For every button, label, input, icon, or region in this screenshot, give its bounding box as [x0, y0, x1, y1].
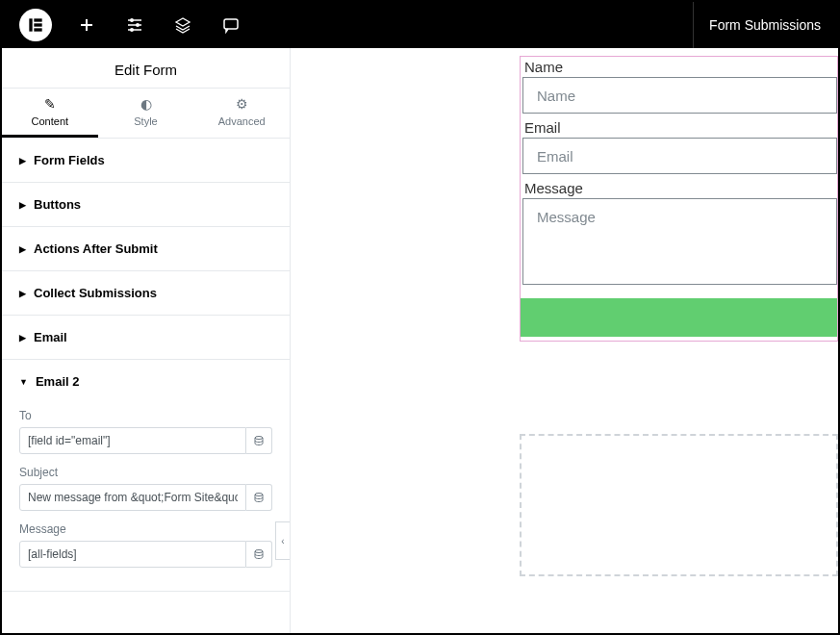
pencil-icon: ✎ [44, 96, 56, 112]
section-label: Form Fields [34, 153, 105, 167]
form-message-textarea[interactable] [522, 198, 837, 285]
tab-style[interactable]: ◐ Style [98, 89, 194, 138]
section-label: Email [34, 330, 67, 344]
section-email[interactable]: ▶ Email [2, 316, 290, 360]
svg-point-9 [255, 494, 263, 496]
tab-label: Style [134, 115, 157, 127]
drop-zone[interactable] [520, 434, 838, 576]
svg-rect-7 [224, 19, 238, 29]
svg-point-5 [136, 23, 140, 27]
section-actions-after-submit[interactable]: ▶ Actions After Submit [2, 227, 290, 271]
section-buttons[interactable]: ▶ Buttons [2, 183, 290, 227]
form-email-input[interactable] [522, 138, 837, 174]
tab-label: Content [32, 115, 69, 127]
subject-dynamic-button[interactable] [246, 484, 272, 511]
message-label: Message [19, 522, 272, 536]
chevron-right-icon: ▶ [19, 289, 26, 298]
tab-advanced[interactable]: ⚙ Advanced [193, 89, 290, 138]
tab-label: Advanced [218, 115, 266, 127]
form-name-input[interactable] [522, 77, 837, 114]
chevron-right-icon: ▶ [19, 244, 26, 254]
form-email-label: Email [521, 117, 837, 138]
section-collect-submissions[interactable]: ▶ Collect Submissions [2, 271, 290, 316]
svg-point-6 [130, 28, 134, 32]
section-email-2-header[interactable]: ▼ Email 2 [2, 360, 290, 403]
svg-point-10 [255, 550, 263, 553]
comment-button[interactable] [221, 15, 241, 35]
top-icons [77, 15, 241, 35]
layers-button[interactable] [173, 15, 192, 35]
svg-rect-3 [34, 28, 41, 31]
add-button[interactable] [77, 15, 96, 35]
collapse-sidebar-button[interactable]: ‹ [275, 521, 291, 560]
form-submissions-link[interactable]: Form Submissions [693, 2, 830, 48]
database-icon [253, 492, 265, 503]
chevron-down-icon: ▼ [19, 377, 28, 387]
canvas: Name Email Message [291, 48, 838, 633]
form-name-label: Name [521, 57, 837, 77]
database-icon [253, 548, 265, 560]
section-label: Email 2 [36, 374, 80, 389]
chevron-right-icon: ▶ [19, 156, 26, 165]
sidebar-title: Edit Form [2, 48, 290, 89]
message-input[interactable] [19, 541, 246, 568]
section-label: Actions After Submit [34, 241, 158, 256]
subject-label: Subject [19, 466, 272, 479]
main: Edit Form ✎ Content ◐ Style ⚙ Advanced ▶… [2, 48, 838, 633]
tab-content[interactable]: ✎ Content [2, 89, 98, 138]
chevron-left-icon: ‹ [281, 536, 284, 546]
chevron-right-icon: ▶ [19, 333, 26, 343]
to-input[interactable] [19, 427, 246, 454]
elementor-logo-button[interactable] [19, 9, 52, 41]
elementor-logo-icon [26, 15, 45, 35]
contrast-icon: ◐ [140, 96, 152, 112]
to-dynamic-button[interactable] [246, 427, 272, 454]
subject-input[interactable] [19, 484, 246, 511]
svg-rect-0 [29, 18, 32, 31]
form-message-label: Message [521, 178, 837, 198]
message-dynamic-button[interactable] [246, 541, 272, 568]
section-email-2-content: To Subject [2, 403, 290, 591]
section-form-fields[interactable]: ▶ Form Fields [2, 139, 290, 183]
svg-rect-2 [34, 23, 41, 26]
section-label: Collect Submissions [34, 286, 157, 300]
tabs: ✎ Content ◐ Style ⚙ Advanced [2, 89, 290, 139]
top-bar: Form Submissions [2, 2, 838, 48]
section-label: Buttons [34, 197, 81, 212]
database-icon [253, 435, 265, 446]
section-email-2: ▼ Email 2 To Subject [2, 360, 290, 592]
svg-point-4 [130, 18, 134, 22]
settings-button[interactable] [125, 15, 144, 35]
gear-icon: ⚙ [236, 96, 248, 112]
sidebar: Edit Form ✎ Content ◐ Style ⚙ Advanced ▶… [2, 48, 291, 633]
form-widget[interactable]: Name Email Message [520, 56, 838, 342]
to-label: To [19, 409, 272, 422]
chevron-right-icon: ▶ [19, 200, 26, 210]
svg-point-8 [255, 437, 263, 440]
form-submit-button[interactable] [521, 298, 837, 337]
svg-rect-1 [34, 18, 41, 21]
